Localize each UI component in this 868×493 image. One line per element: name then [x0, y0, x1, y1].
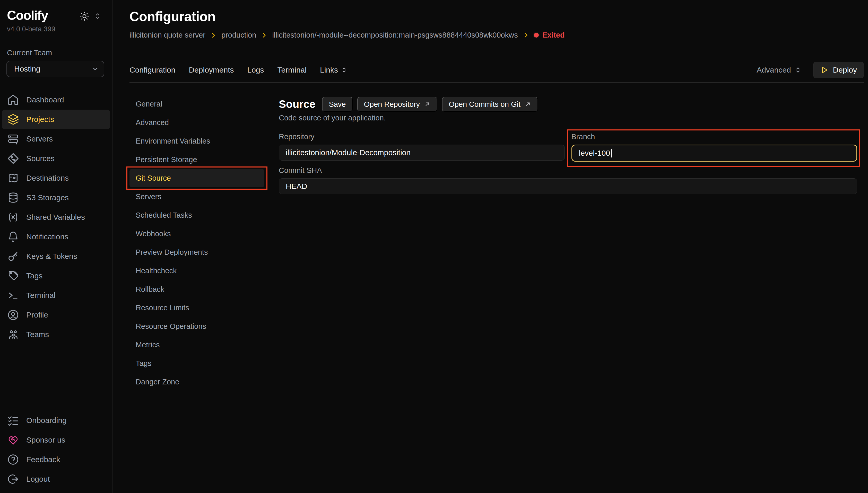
deploy-button[interactable]: Deploy [813, 62, 864, 78]
chevron-right-icon [523, 32, 529, 39]
bell-icon [7, 231, 19, 243]
breadcrumb-application[interactable]: illicitestonion/-module--decomposition:m… [272, 31, 518, 39]
sidebar-item-shared-variables[interactable]: Shared Variables [2, 207, 110, 227]
sidebar-item-destinations[interactable]: Destinations [2, 168, 110, 188]
team-select[interactable]: Hosting [6, 61, 104, 77]
sidebar-item-label: Notifications [26, 232, 68, 241]
commit-sha-input[interactable]: HEAD [279, 178, 857, 194]
layers-icon [7, 113, 19, 125]
tag-icon [7, 270, 19, 282]
help-circle-icon [7, 454, 19, 466]
database-icon [7, 192, 19, 203]
subnav-item-scheduled-tasks[interactable]: Scheduled Tasks [129, 206, 264, 224]
source-description: Code source of your application. [279, 114, 857, 122]
chevron-right-icon [210, 32, 217, 39]
subnav-item-advanced[interactable]: Advanced [129, 113, 264, 132]
sidebar-item-label: Feedback [26, 455, 60, 464]
sidebar-item-projects[interactable]: Projects [2, 110, 110, 129]
branch-input[interactable]: level-100 [571, 145, 858, 162]
chevron-right-icon [261, 32, 268, 39]
user-circle-icon [7, 309, 19, 321]
text-cursor [611, 149, 612, 157]
sidebar-footer: Onboarding Sponsor us Feedback Logout [0, 411, 112, 493]
subnav-item-general[interactable]: General [129, 95, 264, 113]
status-dot-icon [534, 33, 539, 38]
status-badge: Exited [534, 31, 565, 39]
sidebar-item-label: Shared Variables [26, 213, 85, 221]
source-fields: Repository illicitestonion/Module-Decomp… [279, 132, 857, 162]
tab-actions: Advanced Deploy [757, 62, 864, 78]
chevrons-up-down-icon [341, 66, 348, 73]
open-repository-button[interactable]: Open Repository [357, 97, 438, 112]
main-content: Configuration illicitonion quote server … [113, 9, 868, 391]
breadcrumb-project[interactable]: illicitonion quote server [129, 31, 206, 39]
server-icon [7, 133, 19, 145]
subnav-item-metrics[interactable]: Metrics [129, 336, 264, 354]
commit-sha-field: Commit SHA HEAD [279, 166, 857, 194]
sidebar-item-tags[interactable]: Tags [2, 266, 110, 286]
subnav-item-tags[interactable]: Tags [129, 354, 264, 372]
chevrons-up-down-icon[interactable] [93, 12, 102, 20]
subnav-item-resource-limits[interactable]: Resource Limits [129, 299, 264, 317]
sidebar-item-profile[interactable]: Profile [2, 305, 110, 325]
logo-row: Coolify [0, 8, 112, 23]
chevrons-up-down-icon [794, 66, 802, 74]
sidebar-item-label: Teams [26, 330, 49, 339]
sidebar-item-label: Terminal [26, 291, 55, 300]
subnav-item-servers[interactable]: Servers [129, 187, 264, 206]
source-heading: Source [279, 98, 315, 110]
source-header: Source Save Open Repository Open Commits… [279, 97, 857, 112]
subnav-item-resource-operations[interactable]: Resource Operations [129, 317, 264, 336]
repository-input[interactable]: illicitestonion/Module-Decomposition [279, 145, 565, 160]
status-text: Exited [542, 31, 565, 39]
sidebar-item-onboarding[interactable]: Onboarding [2, 411, 110, 430]
git-source-panel: Source Save Open Repository Open Commits… [279, 95, 864, 391]
sidebar-item-dashboard[interactable]: Dashboard [2, 90, 110, 110]
settings-subnav: General Advanced Environment Variables P… [129, 95, 279, 391]
sidebar-item-feedback[interactable]: Feedback [2, 450, 110, 469]
sidebar-item-s3-storages[interactable]: S3 Storages [2, 188, 110, 207]
sidebar-item-label: Onboarding [26, 416, 67, 425]
sidebar-item-label: Sources [26, 154, 55, 163]
sidebar-item-keys-tokens[interactable]: Keys & Tokens [2, 246, 110, 266]
subnav-item-danger-zone[interactable]: Danger Zone [129, 372, 264, 391]
current-team-label: Current Team [0, 49, 112, 57]
key-icon [7, 250, 19, 262]
sidebar-item-label: S3 Storages [26, 193, 69, 202]
sidebar-item-logout[interactable]: Logout [2, 469, 110, 489]
repository-label: Repository [279, 132, 565, 141]
heart-handshake-icon [7, 434, 19, 446]
sidebar-nav: Dashboard Projects Servers Sources Desti… [0, 90, 112, 344]
home-icon [7, 94, 19, 106]
breadcrumb-environment[interactable]: production [221, 31, 256, 39]
checklist-icon [7, 414, 19, 426]
sidebar-item-terminal[interactable]: Terminal [2, 286, 110, 305]
subnav-item-environment-variables[interactable]: Environment Variables [129, 132, 264, 150]
theme-toggle-sun-icon[interactable] [80, 11, 89, 21]
sidebar-item-notifications[interactable]: Notifications [2, 227, 110, 246]
tab-deployments[interactable]: Deployments [189, 66, 234, 74]
subnav-item-webhooks[interactable]: Webhooks [129, 224, 264, 243]
tab-configuration[interactable]: Configuration [129, 66, 175, 74]
subnav-item-healthcheck[interactable]: Healthcheck [129, 261, 264, 280]
subnav-item-preview-deployments[interactable]: Preview Deployments [129, 243, 264, 261]
subnav-item-git-source[interactable]: Git Source [129, 169, 264, 187]
tab-links[interactable]: Links [320, 66, 348, 74]
sidebar-item-sponsor-us[interactable]: Sponsor us [2, 430, 110, 450]
sidebar-item-label: Logout [26, 475, 50, 484]
advanced-dropdown[interactable]: Advanced [757, 66, 802, 74]
users-icon [7, 328, 19, 340]
tab-logs[interactable]: Logs [247, 66, 264, 74]
subnav-item-persistent-storage[interactable]: Persistent Storage [129, 150, 264, 169]
tab-terminal[interactable]: Terminal [277, 66, 306, 74]
commit-sha-label: Commit SHA [279, 166, 857, 175]
sidebar-item-servers[interactable]: Servers [2, 129, 110, 149]
sidebar-item-label: Tags [26, 272, 42, 280]
sidebar-item-label: Dashboard [26, 95, 64, 104]
save-button[interactable]: Save [322, 97, 353, 112]
sidebar-item-teams[interactable]: Teams [2, 325, 110, 344]
sidebar-item-sources[interactable]: Sources [2, 149, 110, 168]
subnav-item-rollback[interactable]: Rollback [129, 280, 264, 299]
app-version: v4.0.0-beta.399 [0, 25, 112, 33]
open-commits-button[interactable]: Open Commits on Git [442, 97, 538, 112]
